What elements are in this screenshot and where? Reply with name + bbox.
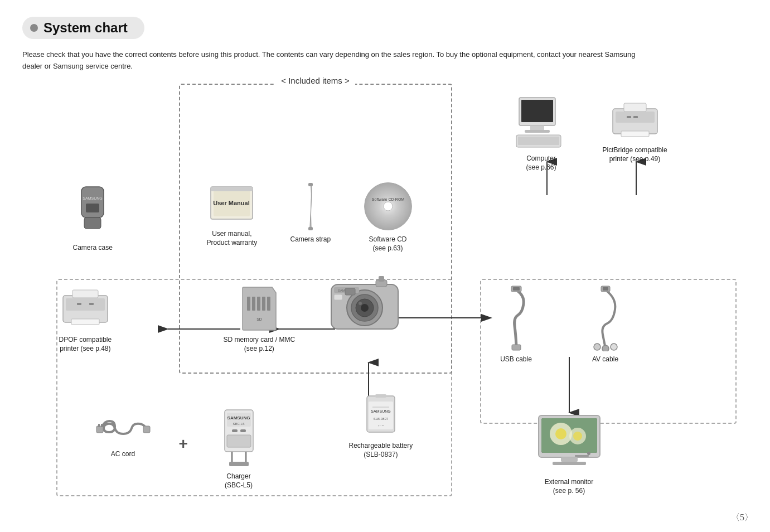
svg-point-42 <box>359 302 362 305</box>
svg-text:+ - =: + - = <box>378 424 384 427</box>
svg-point-65 <box>602 345 609 351</box>
svg-point-94 <box>555 428 566 439</box>
svg-rect-58 <box>262 297 265 311</box>
svg-rect-54 <box>89 303 94 305</box>
svg-rect-44 <box>379 276 384 282</box>
svg-text:SLB-0837: SLB-0837 <box>374 417 389 420</box>
item-user-manual: User Manual User manual, Product warrant… <box>207 184 258 248</box>
svg-rect-28 <box>525 130 550 133</box>
svg-text:SAMSUNG: SAMSUNG <box>371 409 390 413</box>
title-pill: System chart <box>22 17 144 39</box>
svg-rect-26 <box>521 100 553 122</box>
item-pictbridge-printer: PictBridge compatible printer (see p.49) <box>603 95 667 165</box>
svg-rect-59 <box>267 297 270 311</box>
ac-cord-icon <box>95 413 151 446</box>
svg-text:Software CD-ROM: Software CD-ROM <box>371 197 404 201</box>
svg-rect-77 <box>98 424 100 427</box>
svg-point-96 <box>573 432 582 441</box>
svg-rect-89 <box>229 462 249 466</box>
svg-rect-85 <box>240 429 246 432</box>
sd-card-label: SD memory card / MMC (see p.12) <box>224 335 296 354</box>
svg-rect-11 <box>81 187 104 217</box>
item-camera-strap: Camera strap <box>290 181 331 244</box>
svg-rect-97 <box>561 457 578 462</box>
svg-rect-27 <box>530 125 544 130</box>
item-ac-cord: AC cord <box>95 413 151 459</box>
camera-case-label: Camera case <box>73 243 113 253</box>
svg-point-41 <box>361 304 369 312</box>
svg-rect-57 <box>257 297 260 311</box>
diagram-area: < Included items > <box>23 84 748 507</box>
svg-rect-12 <box>84 217 101 229</box>
svg-rect-14 <box>86 204 99 212</box>
svg-rect-36 <box>633 116 638 118</box>
svg-rect-52 <box>72 290 98 298</box>
svg-rect-86 <box>227 435 251 447</box>
page-description: Please check that you have the correct c… <box>22 49 636 72</box>
computer-icon <box>514 95 569 151</box>
svg-text:SBC-L5: SBC-L5 <box>233 422 245 425</box>
av-cable-label: AV cable <box>592 355 618 364</box>
charger-label: Charger (SBC-L5) <box>225 472 253 491</box>
item-battery: SAMSUNG SLB-0837 + - = Rechargeable batt… <box>349 393 413 460</box>
title-dot-icon <box>30 24 38 32</box>
dpof-printer-icon <box>60 284 110 332</box>
item-monitor: External monitor (see p. 56) <box>536 413 603 496</box>
item-dpof-printer: DPOF compatible printer (see p.48) <box>59 284 112 354</box>
computer-label: Computer (see p.66) <box>526 154 556 173</box>
svg-text:SD: SD <box>256 317 262 321</box>
page-number-text: 〈5〉 <box>731 512 753 522</box>
svg-rect-33 <box>624 103 646 112</box>
svg-rect-30 <box>518 137 559 145</box>
svg-rect-100 <box>575 455 589 457</box>
svg-point-66 <box>611 344 617 350</box>
pictbridge-printer-label: PictBridge compatible printer (see p.49) <box>603 146 667 165</box>
svg-rect-68 <box>603 287 608 291</box>
software-cd-icon: Software CD-ROM <box>363 181 413 231</box>
camera-main-icon: SAMSUNG <box>328 273 401 335</box>
svg-point-64 <box>594 344 600 350</box>
svg-point-23 <box>384 202 393 211</box>
svg-rect-20 <box>308 227 313 230</box>
item-charger: SAMSUNG SBC-L5 Charger (SBC-L5) <box>218 407 260 491</box>
camera-case-icon: SAMSUNG <box>73 184 112 240</box>
item-camera-main: SAMSUNG <box>328 273 401 335</box>
svg-rect-78 <box>101 424 103 427</box>
svg-rect-84 <box>232 429 238 432</box>
camera-strap-label: Camera strap <box>290 235 331 244</box>
ac-cord-label: AC cord <box>111 449 135 459</box>
svg-rect-34 <box>621 131 649 137</box>
svg-point-99 <box>587 452 590 455</box>
svg-rect-53 <box>77 303 81 305</box>
battery-icon: SAMSUNG SLB-0837 + - = <box>361 393 400 438</box>
item-av-cable: AV cable <box>586 284 625 364</box>
plus-sign: + <box>179 435 188 453</box>
svg-rect-62 <box>513 287 520 291</box>
item-usb-cable: USB cable <box>497 284 536 364</box>
usb-cable-icon <box>497 284 536 351</box>
svg-text:User Manual: User Manual <box>214 200 250 206</box>
sd-card-icon: SD <box>240 284 279 332</box>
svg-rect-79 <box>143 426 150 433</box>
pictbridge-printer-icon <box>610 95 660 142</box>
svg-text:SAMSUNG: SAMSUNG <box>227 415 250 420</box>
software-cd-label: Software CD (see p.63) <box>369 235 406 254</box>
monitor-icon <box>536 413 603 474</box>
svg-rect-63 <box>512 345 521 350</box>
svg-rect-50 <box>66 298 105 311</box>
item-camera-case: SAMSUNG Camera case <box>73 184 113 253</box>
header-section: System chart <box>22 17 748 39</box>
camera-strap-icon <box>299 181 322 231</box>
page-title: System chart <box>43 20 128 36</box>
svg-rect-47 <box>334 294 342 300</box>
dpof-printer-label: DPOF compatible printer (see p.48) <box>59 335 112 354</box>
svg-rect-18 <box>211 187 253 191</box>
svg-rect-55 <box>247 297 250 311</box>
av-cable-icon <box>586 284 625 351</box>
svg-rect-98 <box>553 462 586 465</box>
usb-cable-label: USB cable <box>500 355 532 364</box>
user-manual-icon: User Manual <box>208 184 255 226</box>
item-sd-card: SD SD memory card / MMC (see p.12) <box>224 284 296 354</box>
charger-icon: SAMSUNG SBC-L5 <box>218 407 260 468</box>
svg-rect-56 <box>252 297 255 311</box>
